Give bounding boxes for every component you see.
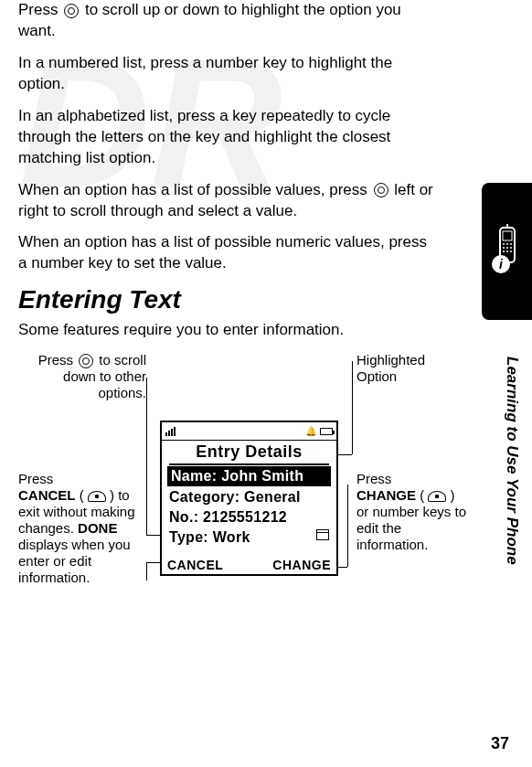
svg-point-8 [510, 247, 512, 249]
done-label: DONE [78, 520, 117, 536]
left-softkey-icon [88, 491, 106, 502]
svg-point-7 [506, 247, 508, 249]
cancel-label: CANCEL [18, 487, 76, 503]
paragraph-numeric: When an option has a list of possible nu… [18, 232, 439, 274]
paragraph-scroll: Press to scroll up or down to highlight … [18, 0, 439, 42]
section-heading: Entering Text [18, 285, 439, 314]
svg-point-10 [506, 250, 508, 252]
sidebar-chapter-title: Learning to Use Your Phone [503, 357, 521, 565]
sidebar-tab: i [482, 183, 532, 320]
text: Press [18, 1, 62, 18]
text: Press [356, 471, 391, 486]
svg-point-9 [503, 250, 505, 252]
screen-row-number[interactable]: No.: 2125551212 [162, 507, 336, 527]
connector-line [352, 361, 353, 454]
change-label: CHANGE [356, 487, 416, 503]
phone-info-icon: i [489, 224, 526, 279]
callout-change: Press CHANGE ( ) or number keys to edit … [356, 471, 471, 553]
calendar-icon [316, 529, 329, 540]
screen-row-category[interactable]: Category: General [162, 487, 336, 507]
screen-title: Entry Details [169, 441, 329, 465]
svg-point-4 [506, 243, 508, 245]
screen-row-name[interactable]: Name: John Smith [167, 466, 331, 486]
nav-key-icon [79, 354, 93, 368]
text: ( [420, 487, 424, 503]
status-bar: 🔔 [162, 422, 336, 441]
type-text: Type: Work [169, 529, 250, 545]
text: ( [80, 487, 84, 503]
phone-screen: 🔔 Entry Details Name: John Smith Categor… [160, 421, 338, 576]
paragraph-numbered: In a numbered list, press a number key t… [18, 53, 439, 95]
callout-scroll-down: Press to scroll down to other options. [27, 352, 146, 401]
text: When an option has a list of possible va… [18, 181, 372, 198]
paragraph-alpha: In an alphabetized list, press a key rep… [18, 106, 439, 169]
page-content: Press to scroll up or down to highlight … [0, 0, 466, 699]
callout-highlighted: Highlighted Option [356, 352, 466, 385]
nav-key-icon [374, 183, 388, 197]
diagram: Press to scroll down to other options. H… [18, 352, 475, 699]
battery-icon [320, 428, 333, 435]
text: displays when you enter or edit informat… [18, 537, 131, 585]
signal-icon [165, 427, 176, 436]
svg-point-11 [510, 250, 512, 252]
softkey-change[interactable]: CHANGE [272, 558, 331, 572]
svg-point-5 [510, 243, 512, 245]
connector-line [146, 378, 147, 535]
connector-line [146, 562, 147, 581]
connector-line [347, 485, 348, 567]
screen-row-type[interactable]: Type: Work [162, 527, 336, 548]
paragraph-values: When an option has a list of possible va… [18, 180, 439, 222]
paragraph-intro: Some features require you to enter infor… [18, 320, 439, 341]
ring-icon: 🔔 [305, 426, 316, 436]
softkey-cancel[interactable]: CANCEL [167, 558, 223, 572]
text: Press [18, 471, 53, 486]
right-softkey-icon [428, 491, 446, 502]
softkey-row: CANCEL CHANGE [162, 558, 336, 572]
page-number: 37 [491, 734, 509, 753]
text: Press [38, 352, 78, 368]
text: Highlighted [356, 352, 425, 368]
nav-key-icon [64, 4, 79, 18]
svg-point-6 [503, 247, 505, 249]
callout-cancel: Press CANCEL ( ) to exit without making … [18, 471, 151, 586]
svg-rect-2 [503, 231, 512, 240]
svg-point-3 [503, 243, 505, 245]
text: Option [356, 368, 397, 384]
